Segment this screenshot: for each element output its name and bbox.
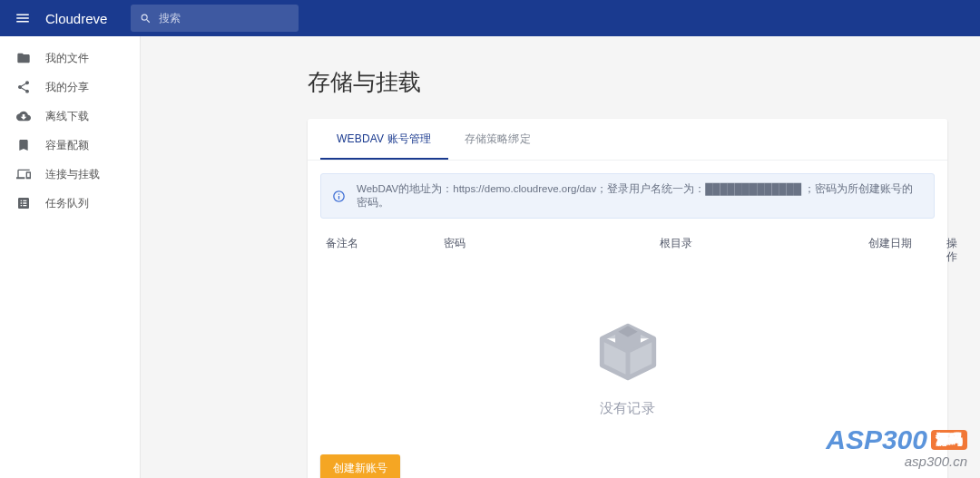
empty-state: 没有记录	[308, 273, 947, 444]
create-account-button[interactable]: 创建新账号	[320, 454, 400, 478]
sidebar-item-share[interactable]: 我的分享	[0, 73, 140, 102]
sidebar-item-label: 我的分享	[45, 80, 89, 95]
sidebar-item-label: 连接与挂载	[45, 167, 100, 182]
column-password: 密码	[444, 237, 660, 264]
tab-webdav[interactable]: WEBDAV 账号管理	[320, 119, 448, 160]
search-box[interactable]	[131, 5, 299, 32]
app-bar: Cloudreve	[0, 0, 980, 36]
share-icon	[16, 80, 31, 94]
brand-title: Cloudreve	[45, 11, 107, 26]
column-root: 根目录	[660, 237, 868, 264]
empty-text: 没有记录	[600, 400, 655, 417]
column-date: 创建日期	[868, 237, 946, 264]
main-content: 存储与挂载 WEBDAV 账号管理 存储策略绑定 WebDAV的地址为：http…	[141, 36, 980, 478]
info-banner: WebDAV的地址为：https://demo.cloudreve.org/da…	[320, 173, 935, 219]
sidebar-item-label: 离线下载	[45, 109, 89, 124]
sidebar-item-label: 我的文件	[45, 51, 89, 66]
tab-policy[interactable]: 存储策略绑定	[448, 119, 547, 160]
sidebar-item-quota[interactable]: 容量配额	[0, 131, 140, 160]
storage-icon	[16, 138, 31, 152]
tabs: WEBDAV 账号管理 存储策略绑定	[308, 119, 947, 161]
info-icon	[332, 190, 346, 203]
sidebar-item-label: 容量配额	[45, 138, 89, 153]
empty-box-icon	[591, 315, 665, 389]
info-text: WebDAV的地址为：https://demo.cloudreve.org/da…	[357, 182, 923, 210]
sidebar-item-tasks[interactable]: 任务队列	[0, 189, 140, 218]
sidebar-item-files[interactable]: 我的文件	[0, 44, 140, 73]
menu-button[interactable]	[5, 0, 40, 36]
folder-icon	[16, 51, 31, 65]
content-card: WEBDAV 账号管理 存储策略绑定 WebDAV的地址为：https://de…	[308, 119, 947, 478]
sidebar-item-offline[interactable]: 离线下载	[0, 102, 140, 131]
search-input[interactable]	[159, 12, 289, 24]
sidebar: 我的文件 我的分享 离线下载 容量配额 连接与挂载 任务队列	[0, 36, 141, 478]
sidebar-item-connect[interactable]: 连接与挂载	[0, 160, 140, 189]
sidebar-item-label: 任务队列	[45, 196, 89, 211]
hamburger-icon	[15, 10, 31, 26]
page-title: 存储与挂载	[308, 67, 947, 97]
column-name: 备注名	[326, 237, 444, 264]
search-icon	[140, 12, 152, 25]
column-ops: 操作	[946, 237, 957, 264]
devices-icon	[16, 167, 31, 181]
table-header: 备注名 密码 根目录 创建日期 操作	[308, 228, 947, 273]
list-icon	[16, 196, 31, 210]
cloud-download-icon	[16, 109, 31, 123]
